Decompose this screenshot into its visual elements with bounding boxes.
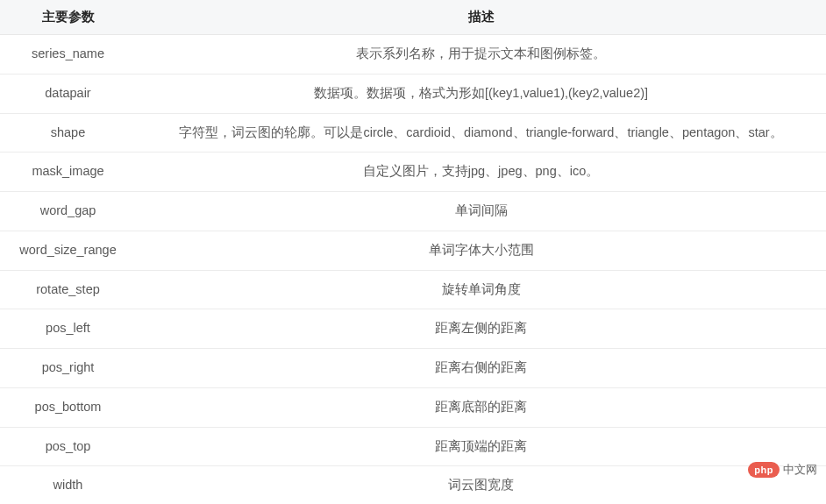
cell-desc: 单词间隔 (136, 192, 826, 231)
cell-desc: 字符型，词云图的轮廓。可以是circle、cardioid、diamond、tr… (136, 113, 826, 153)
table-row: pos_bottom 距离底部的距离 (0, 387, 826, 427)
table-header-row: 主要参数 描述 (0, 0, 826, 35)
cell-param: pos_bottom (0, 387, 136, 427)
table-row: word_size_range 单词字体大小范围 (0, 231, 826, 270)
cell-param: mask_image (0, 153, 136, 192)
table-row: series_name 表示系列名称，用于提示文本和图例标签。 (0, 35, 826, 75)
cell-desc: 数据项。数据项，格式为形如[(key1,value1),(key2,value2… (136, 74, 826, 113)
cell-param: word_size_range (0, 231, 136, 270)
cell-desc: 单词字体大小范围 (136, 231, 826, 270)
cell-param: pos_top (0, 427, 136, 466)
table-row: datapair 数据项。数据项，格式为形如[(key1,value1),(ke… (0, 74, 826, 113)
cell-param: datapair (0, 74, 136, 113)
cell-param: width (0, 466, 136, 504)
table-row: pos_top 距离顶端的距离 (0, 427, 826, 466)
table-row: pos_right 距离右侧的距离 (0, 349, 826, 388)
cell-param: word_gap (0, 192, 136, 231)
header-param: 主要参数 (0, 0, 136, 35)
cell-param: rotate_step (0, 270, 136, 309)
cell-desc: 词云图宽度 (136, 466, 826, 504)
cell-param: pos_right (0, 349, 136, 388)
table-row: shape 字符型，词云图的轮廓。可以是circle、cardioid、diam… (0, 113, 826, 153)
cell-param: pos_left (0, 309, 136, 349)
table-row: mask_image 自定义图片，支持jpg、jpeg、png、ico。 (0, 153, 826, 192)
cell-desc: 距离右侧的距离 (136, 349, 826, 388)
cell-param: shape (0, 113, 136, 153)
cell-desc: 距离顶端的距离 (136, 427, 826, 466)
watermark-badge: php (748, 462, 780, 478)
table-row: pos_left 距离左侧的距离 (0, 309, 826, 349)
watermark: php 中文网 (748, 462, 817, 478)
watermark-text: 中文网 (783, 462, 817, 478)
cell-desc: 距离底部的距离 (136, 387, 826, 427)
table-row: width 词云图宽度 (0, 466, 826, 504)
params-table: 主要参数 描述 series_name 表示系列名称，用于提示文本和图例标签。 … (0, 0, 826, 504)
table-row: word_gap 单词间隔 (0, 192, 826, 231)
cell-desc: 表示系列名称，用于提示文本和图例标签。 (136, 35, 826, 75)
cell-desc: 距离左侧的距离 (136, 309, 826, 349)
table-row: rotate_step 旋转单词角度 (0, 270, 826, 309)
cell-param: series_name (0, 35, 136, 75)
header-desc: 描述 (136, 0, 826, 35)
cell-desc: 自定义图片，支持jpg、jpeg、png、ico。 (136, 153, 826, 192)
cell-desc: 旋转单词角度 (136, 270, 826, 309)
